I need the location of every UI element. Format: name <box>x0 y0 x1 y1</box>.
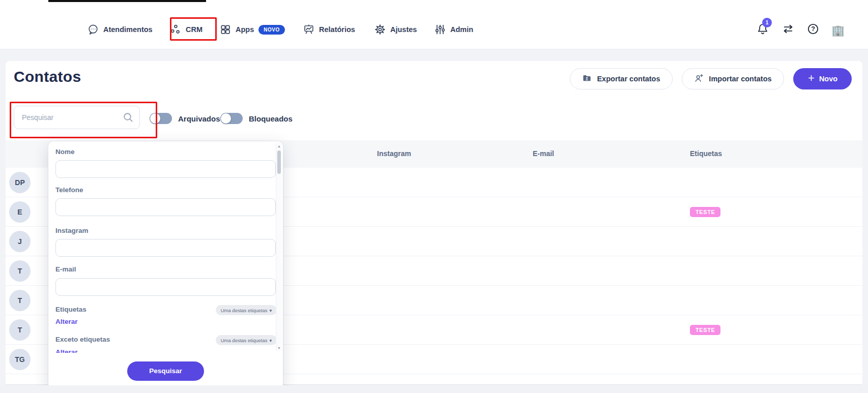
apps-icon <box>220 24 231 35</box>
instagram-field[interactable] <box>55 239 276 257</box>
chevron-down-icon: ▾ <box>270 308 272 313</box>
email-field[interactable] <box>55 278 276 296</box>
svg-text:?: ? <box>811 25 815 33</box>
notification-count-badge: 1 <box>762 18 772 27</box>
phone-field[interactable] <box>55 198 276 216</box>
settings-icon <box>374 24 386 35</box>
column-header-instagram: Instagram <box>377 149 411 158</box>
company-button[interactable]: 🏢 <box>830 22 846 38</box>
help-button[interactable]: ? <box>805 22 821 38</box>
page-bottom-strip <box>0 385 868 393</box>
cell-etiquetas: TESTE <box>690 207 720 217</box>
blocked-toggle-group: Bloqueados <box>220 107 293 130</box>
instagram-field-label: Instagram <box>55 227 89 234</box>
avatar: DP <box>9 172 31 193</box>
avatar: J <box>9 231 31 252</box>
nav-item-relatorios[interactable]: Relatórios <box>303 18 355 41</box>
plus-icon <box>807 74 815 83</box>
swap-arrows-icon <box>782 23 794 37</box>
import-contacts-label: Importar contatos <box>709 75 771 83</box>
export-contacts-button[interactable]: Exportar contatos <box>570 68 673 89</box>
nav-item-apps[interactable]: Apps NOVO <box>220 18 285 41</box>
name-field[interactable] <box>55 160 276 178</box>
new-contact-button[interactable]: Novo <box>793 68 852 89</box>
crm-contacts-screen: Atendimentos CRM Apps <box>0 0 868 393</box>
except-tags-mode-dropdown[interactable]: Uma destas etiquetas ▾ <box>216 335 277 345</box>
top-nav: Atendimentos CRM Apps <box>0 0 868 49</box>
column-header-etiquetas: Etiquetas <box>690 149 722 158</box>
reports-icon <box>303 24 314 35</box>
avatar: T <box>9 260 31 282</box>
avatar: T <box>9 319 31 341</box>
chat-icon <box>88 24 99 35</box>
nav-item-label: Admin <box>450 25 473 34</box>
import-user-plus-icon <box>694 73 704 84</box>
archived-toggle-label: Arquivados <box>178 114 220 123</box>
export-folder-icon <box>582 73 592 84</box>
help-icon: ? <box>807 23 819 37</box>
except-tags-mode-label: Uma destas etiquetas <box>221 338 268 343</box>
building-icon: 🏢 <box>831 25 845 36</box>
tags-section-label: Etiquetas <box>55 306 86 313</box>
nav-item-ajustes[interactable]: Ajustes <box>374 18 417 41</box>
nav-item-label: Atendimentos <box>103 25 153 34</box>
nav-item-label: Relatórios <box>319 25 355 34</box>
phone-field-label: Telefone <box>55 186 83 194</box>
tags-alter-link[interactable]: Alterar <box>55 318 78 325</box>
tag-badge: TESTE <box>690 325 720 335</box>
popup-search-button[interactable]: Pesquisar <box>127 361 204 381</box>
blocked-toggle-label: Bloqueados <box>249 114 293 123</box>
avatar: TG <box>9 349 31 370</box>
except-tags-alter-link[interactable]: Alterar <box>55 348 78 353</box>
page-title: Contatos <box>14 68 81 85</box>
chevron-down-icon: ▾ <box>270 338 272 343</box>
novo-badge: NOVO <box>258 25 284 35</box>
notifications-button[interactable]: 1 <box>755 22 770 38</box>
avatar: E <box>9 201 31 223</box>
column-header-email: E-mail <box>533 149 554 158</box>
admin-icon <box>435 24 446 35</box>
scroll-down-arrow-icon[interactable]: ▼ <box>276 346 282 350</box>
email-field-label: E-mail <box>55 265 76 273</box>
name-field-label: Nome <box>55 148 75 156</box>
popup-footer: Pesquisar <box>48 353 283 389</box>
scroll-up-arrow-icon[interactable]: ▲ <box>276 144 282 148</box>
tags-mode-label: Uma destas etiquetas <box>221 308 268 313</box>
tag-badge: TESTE <box>690 207 720 217</box>
popup-scroll-area: Nome Telefone Instagram E-mail Etiquetas… <box>48 141 283 353</box>
blocked-toggle[interactable] <box>220 113 243 124</box>
import-contacts-button[interactable]: Importar contatos <box>682 68 784 89</box>
export-contacts-label: Exportar contatos <box>597 75 660 83</box>
nav-item-label: Apps <box>236 25 254 34</box>
archived-toggle-group: Arquivados <box>150 107 220 130</box>
scrollbar-thumb[interactable] <box>277 150 281 174</box>
popup-scrollbar[interactable]: ▲ ▼ <box>276 143 281 351</box>
except-tags-section-label: Exceto etiquetas <box>55 336 110 343</box>
nav-item-admin[interactable]: Admin <box>435 18 473 41</box>
new-contact-label: Novo <box>819 75 837 83</box>
tags-mode-dropdown[interactable]: Uma destas etiquetas ▾ <box>216 305 277 315</box>
nav-item-label: Ajustes <box>390 25 417 34</box>
cell-etiquetas: TESTE <box>690 325 720 335</box>
annotation-box-crm <box>170 17 217 41</box>
toggle-knob <box>221 113 231 124</box>
switch-account-button[interactable] <box>780 22 796 38</box>
top-black-line <box>48 0 206 2</box>
nav-item-atendimentos[interactable]: Atendimentos <box>88 18 153 41</box>
avatar: T <box>9 290 31 311</box>
annotation-box-search <box>10 102 157 138</box>
advanced-search-popup: Nome Telefone Instagram E-mail Etiquetas… <box>48 141 283 389</box>
